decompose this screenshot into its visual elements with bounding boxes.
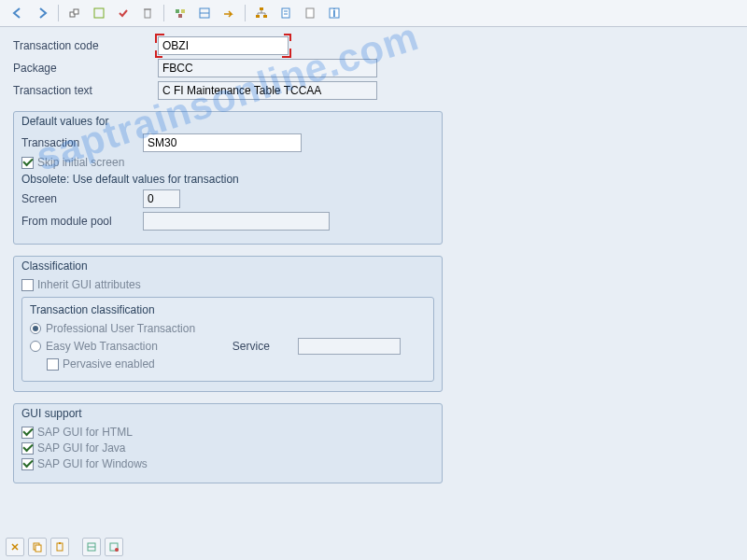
ttext-row: Transaction text C FI Maintenance Table … bbox=[13, 81, 734, 100]
svg-rect-2 bbox=[94, 8, 104, 18]
inherit-row: Inherit GUI attributes bbox=[21, 278, 434, 291]
svg-rect-5 bbox=[176, 9, 179, 13]
default-values-title: Default values for bbox=[21, 115, 434, 128]
pervasive-label: Pervasive enabled bbox=[63, 357, 155, 371]
obsolete-text: Obsolete: Use default values for transac… bbox=[21, 173, 239, 186]
paste-icon[interactable] bbox=[50, 538, 69, 556]
skip-initial-checkbox[interactable] bbox=[21, 157, 34, 169]
classification-title: Classification bbox=[21, 259, 434, 273]
svg-rect-12 bbox=[263, 15, 267, 18]
gui-win-row: SAP GUI for Windows bbox=[21, 457, 434, 470]
activate-button[interactable] bbox=[89, 4, 109, 22]
other-object-button[interactable] bbox=[170, 4, 190, 22]
inherit-checkbox[interactable] bbox=[21, 279, 34, 291]
skip-row: Skip initial screen bbox=[21, 156, 434, 169]
transaction-input[interactable]: SM30 bbox=[143, 133, 302, 152]
prof-row: Professional User Transaction bbox=[30, 322, 426, 335]
gui-win-label: SAP GUI for Windows bbox=[37, 457, 148, 470]
settings-icon[interactable] bbox=[105, 538, 123, 556]
professional-radio[interactable] bbox=[30, 323, 41, 334]
gui-html-checkbox[interactable] bbox=[21, 427, 34, 439]
separator bbox=[58, 5, 59, 21]
ttext-label: Transaction text bbox=[13, 84, 158, 97]
main-content: Transaction code OBZI Package FBCC Trans… bbox=[0, 27, 747, 487]
ttext-input: C FI Maintenance Table TCCAA bbox=[158, 81, 377, 100]
tcode-input[interactable]: OBZI bbox=[158, 36, 289, 55]
svg-rect-7 bbox=[178, 14, 182, 18]
screen-input: 0 bbox=[143, 189, 180, 208]
gui-win-checkbox[interactable] bbox=[21, 458, 34, 470]
package-input: FBCC bbox=[158, 59, 377, 77]
svg-rect-24 bbox=[35, 545, 41, 552]
default-values-group: Default values for Transaction SM30 Skip… bbox=[13, 111, 443, 245]
tc-subtitle: Transaction classification bbox=[30, 303, 426, 316]
copy-icon[interactable] bbox=[28, 538, 47, 556]
transaction-label: Transaction bbox=[21, 136, 143, 149]
svg-point-30 bbox=[115, 548, 119, 552]
spacer bbox=[73, 538, 78, 556]
easy-row: Easy Web Transaction Service bbox=[30, 338, 426, 355]
where-used-button[interactable] bbox=[194, 4, 215, 22]
hierarchy-button[interactable] bbox=[251, 4, 272, 22]
tcode-label: Transaction code bbox=[13, 39, 158, 52]
tcode-field-highlight: OBZI bbox=[158, 36, 289, 55]
pervasive-row: Pervasive enabled bbox=[47, 357, 426, 371]
svg-rect-20 bbox=[306, 8, 314, 18]
easyweb-radio[interactable] bbox=[30, 341, 41, 352]
service-label: Service bbox=[233, 340, 298, 353]
cut-icon[interactable] bbox=[6, 538, 24, 556]
documentation-button[interactable] bbox=[300, 4, 320, 22]
sap-window: i Transaction code OBZI Package FBCC Tra… bbox=[0, 0, 747, 560]
gui-support-group: GUI support SAP GUI for HTML SAP GUI for… bbox=[13, 403, 443, 483]
easyweb-label: Easy Web Transaction bbox=[46, 340, 158, 353]
svg-rect-3 bbox=[145, 9, 150, 18]
gui-java-checkbox[interactable] bbox=[21, 442, 34, 455]
svg-rect-17 bbox=[282, 8, 289, 18]
pool-label: From module pool bbox=[21, 215, 143, 228]
back-button[interactable] bbox=[7, 4, 28, 22]
transport-button[interactable] bbox=[218, 4, 239, 22]
inherit-label: Inherit GUI attributes bbox=[37, 278, 141, 291]
skip-initial-label: Skip initial screen bbox=[37, 156, 124, 169]
status-bar-buttons bbox=[6, 538, 123, 556]
svg-text:i: i bbox=[332, 7, 335, 20]
layout-icon[interactable] bbox=[82, 538, 101, 556]
application-toolbar: i bbox=[0, 0, 747, 27]
delete-button[interactable] bbox=[137, 4, 158, 22]
svg-rect-25 bbox=[57, 543, 63, 551]
screen-row: Screen 0 bbox=[21, 189, 434, 208]
info-button[interactable]: i bbox=[324, 4, 345, 22]
gui-java-label: SAP GUI for Java bbox=[37, 441, 125, 455]
gui-title: GUI support bbox=[21, 407, 434, 420]
svg-rect-11 bbox=[256, 15, 260, 18]
separator bbox=[163, 5, 164, 21]
svg-rect-10 bbox=[260, 7, 263, 10]
transaction-row: Transaction SM30 bbox=[21, 133, 434, 152]
svg-rect-6 bbox=[181, 9, 185, 13]
classification-group: Classification Inherit GUI attributes Tr… bbox=[13, 256, 443, 392]
screen-label: Screen bbox=[21, 192, 143, 205]
pool-row: From module pool bbox=[21, 212, 434, 231]
test-button[interactable] bbox=[275, 4, 296, 22]
display-change-button[interactable] bbox=[64, 4, 85, 22]
tcode-row: Transaction code OBZI bbox=[13, 36, 734, 55]
package-label: Package bbox=[13, 62, 158, 75]
service-input[interactable] bbox=[298, 338, 401, 355]
transaction-classification-subgroup: Transaction classification Professional … bbox=[21, 297, 434, 382]
forward-button[interactable] bbox=[32, 4, 52, 22]
gui-html-label: SAP GUI for HTML bbox=[37, 426, 133, 439]
svg-rect-26 bbox=[59, 542, 61, 544]
separator bbox=[245, 5, 246, 21]
gui-html-row: SAP GUI for HTML bbox=[21, 426, 434, 439]
gui-java-row: SAP GUI for Java bbox=[21, 441, 434, 455]
svg-rect-1 bbox=[74, 9, 78, 14]
package-row: Package FBCC bbox=[13, 59, 734, 77]
obsolete-row: Obsolete: Use default values for transac… bbox=[21, 173, 434, 186]
pervasive-checkbox[interactable] bbox=[47, 358, 59, 371]
pool-input bbox=[143, 212, 330, 231]
check-button[interactable] bbox=[113, 4, 134, 22]
professional-label: Professional User Transaction bbox=[46, 322, 195, 335]
